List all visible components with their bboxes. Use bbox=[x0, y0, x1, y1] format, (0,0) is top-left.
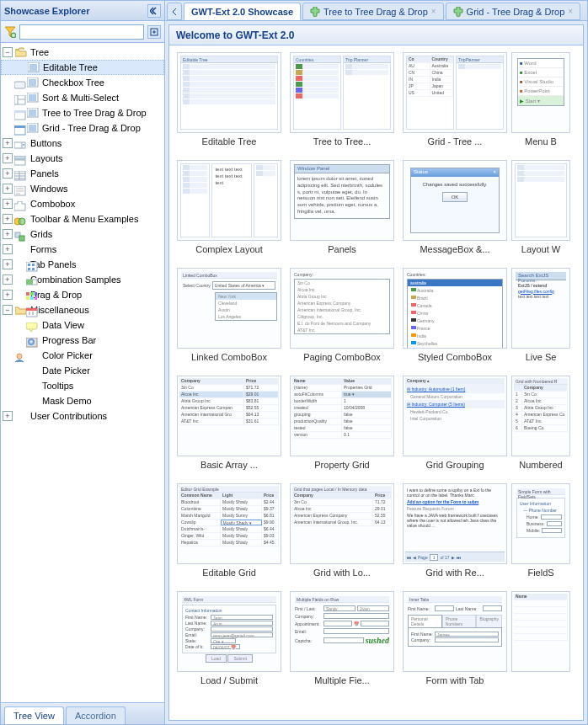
tree-label: Data View bbox=[42, 320, 84, 330]
gallery-caption: Grid with Lo... bbox=[313, 568, 371, 578]
gallery-caption: FieldS bbox=[527, 568, 553, 578]
tab-tree-view[interactable]: Tree View bbox=[4, 706, 64, 724]
gallery-item[interactable]: text text text text text text text Compl… bbox=[173, 158, 286, 263]
tree-label: Panels bbox=[30, 168, 59, 179]
sidebar-title: Showcase Explorer bbox=[4, 6, 147, 16]
gallery-caption: Paging ComboBox bbox=[303, 352, 381, 362]
gallery-caption: Numbered bbox=[519, 460, 562, 470]
tab-tree-drag[interactable]: Tree to Tree Drag & Drop × bbox=[302, 3, 444, 20]
tree-label: Sort & Multi-Select bbox=[42, 93, 119, 103]
filter-input[interactable] bbox=[19, 24, 144, 40]
filter-icon[interactable] bbox=[4, 26, 16, 38]
svg-rect-7 bbox=[14, 82, 25, 88]
gallery-item[interactable]: CoCountryAUAustraliaCNChinaINIndiaJPJapa… bbox=[398, 51, 511, 155]
close-icon[interactable]: × bbox=[431, 7, 436, 16]
svg-rect-33 bbox=[30, 296, 34, 300]
gallery-item[interactable]: Multiple Fields on Row First / Last:Sanj… bbox=[286, 589, 398, 694]
list-icon bbox=[26, 77, 40, 88]
svg-rect-28 bbox=[26, 280, 33, 285]
tab-accordion[interactable]: Accordion bbox=[66, 706, 126, 724]
gallery-caption: Grid - Tree ... bbox=[428, 136, 483, 147]
svg-point-19 bbox=[19, 218, 25, 225]
gallery-item[interactable]: Company: 3m Co Alcoa Inc Altria Group In… bbox=[286, 266, 398, 370]
tree-node-user-contrib[interactable]: +User Contributions bbox=[1, 408, 164, 424]
gallery-item[interactable]: Grid that pages Local / In Memory data C… bbox=[286, 482, 398, 586]
gallery-caption: Grid with Re... bbox=[425, 568, 484, 578]
mask-icon bbox=[26, 395, 40, 407]
gallery-caption: Property Grid bbox=[314, 460, 369, 470]
tree-label: Combination Samples bbox=[30, 275, 121, 285]
toggle-icon[interactable]: + bbox=[3, 244, 13, 254]
gallery-item[interactable]: Editor Grid Example Common NameLightPric… bbox=[173, 482, 286, 586]
gallery-item[interactable]: NameValue (name)Properties Grid autoFitC… bbox=[286, 374, 398, 478]
sidebar-view-tabs: Tree View Accordion bbox=[1, 702, 164, 724]
svg-rect-32 bbox=[26, 296, 29, 300]
collapse-sidebar-button[interactable] bbox=[147, 4, 161, 18]
gallery-item[interactable]: Window Panel lorem ipsum dolor sit amet,… bbox=[286, 158, 398, 263]
content-title: Welcome to GWT-Ext 2.0 bbox=[169, 25, 583, 45]
tree-label: Combobox bbox=[30, 199, 75, 209]
user-icon bbox=[14, 410, 28, 422]
tabstrip: GWT-Ext 2.0 Showcase Tree to Tree Drag &… bbox=[165, 1, 587, 21]
gallery-caption: Layout W bbox=[521, 244, 560, 254]
tree-label: Tree bbox=[30, 47, 49, 57]
gallery-item[interactable]: I want to define some a toplby on a Ext … bbox=[398, 482, 511, 586]
tab-grid-tree-drag[interactable]: Grid - Tree Drag & Drop × bbox=[446, 3, 581, 20]
gallery-caption: Load / Submit bbox=[200, 675, 258, 685]
toggle-icon[interactable]: + bbox=[3, 138, 13, 148]
gallery-item[interactable]: CountriesTrip Planner Tree to Tree... bbox=[286, 51, 398, 155]
gallery-item[interactable]: Simple Form with FieldSets User Informat… bbox=[511, 482, 570, 586]
gallery-item[interactable]: XML Form Contact Information First Name:… bbox=[173, 589, 286, 694]
tab-showcase[interactable]: GWT-Ext 2.0 Showcase bbox=[184, 3, 301, 20]
toggle-icon[interactable]: + bbox=[3, 259, 13, 269]
nav-tree[interactable]: − Tree Editable Tree Checkbox Tree Sort … bbox=[1, 43, 164, 702]
toggle-icon[interactable]: + bbox=[3, 214, 13, 224]
gallery-item[interactable]: Linked ComboBox Select CountryUnited Sta… bbox=[173, 266, 286, 370]
tab-label: Tree to Tree Drag & Drop bbox=[323, 7, 428, 17]
gallery-caption: Grid Grouping bbox=[425, 460, 484, 470]
gallery-item[interactable]: Countries: australia Australia Brazil Ca… bbox=[398, 266, 511, 370]
toggle-icon[interactable]: + bbox=[3, 290, 13, 300]
svg-rect-14 bbox=[14, 156, 25, 159]
expand-all-button[interactable] bbox=[147, 25, 161, 39]
gallery-caption: Complex Layout bbox=[195, 244, 263, 254]
list-icon bbox=[27, 61, 40, 73]
toggle-icon[interactable]: + bbox=[3, 275, 13, 285]
gallery-item[interactable]: Inner Tabs First Name:Last Name: Persona… bbox=[398, 589, 511, 694]
gallery-caption: Tree to Tree... bbox=[313, 136, 372, 147]
toggle-icon[interactable]: + bbox=[3, 153, 13, 163]
gallery[interactable]: Editable Tree Editable Tree CountriesTri… bbox=[169, 45, 583, 720]
tab-label: GWT-Ext 2.0 Showcase bbox=[191, 7, 293, 17]
tab-scroll-left[interactable] bbox=[167, 3, 182, 20]
tree-label: Layouts bbox=[30, 153, 63, 163]
plugin-icon bbox=[453, 7, 463, 17]
gallery-item[interactable]: Editable Tree Editable Tree bbox=[173, 51, 286, 155]
gallery-item[interactable]: CompanyPrice 3m Co$71.72 Alcoa Inc$29.01… bbox=[173, 374, 286, 478]
toggle-icon[interactable]: + bbox=[3, 199, 13, 209]
svg-rect-22 bbox=[26, 262, 37, 271]
toggle-icon[interactable]: − bbox=[3, 305, 13, 315]
tree-label: Buttons bbox=[30, 138, 61, 148]
tree-label: Date Picker bbox=[42, 365, 90, 376]
svg-rect-26 bbox=[32, 268, 35, 270]
gallery-item[interactable]: Layout W bbox=[511, 158, 570, 263]
svg-rect-23 bbox=[28, 264, 30, 266]
toggle-icon[interactable]: + bbox=[3, 229, 13, 239]
gallery-item[interactable]: Name bbox=[511, 589, 570, 694]
svg-rect-36 bbox=[26, 308, 37, 311]
close-icon[interactable]: × bbox=[568, 7, 573, 16]
tree-leaf-editable-tree[interactable]: Editable Tree bbox=[1, 60, 164, 75]
gallery-item[interactable]: Company ▴ ⊟ Industry: Automotive (1 Item… bbox=[398, 374, 511, 478]
toggle-icon[interactable]: + bbox=[3, 168, 13, 179]
toggle-icon[interactable]: + bbox=[3, 184, 13, 194]
gallery-item[interactable]: Grid with Numbered R Company 13m Co 2Alc… bbox=[511, 374, 570, 478]
gallery-caption: Multiple Fie... bbox=[314, 675, 369, 685]
gallery-item[interactable]: ■ Word ■ Excel ■ Visual Studio ■ PowerPo… bbox=[511, 51, 570, 155]
tree-node-tree[interactable]: − Tree bbox=[1, 45, 164, 60]
sidebar-header: Showcase Explorer bbox=[1, 1, 164, 21]
filter-toolbar bbox=[1, 21, 164, 43]
toggle-icon[interactable]: − bbox=[3, 47, 13, 57]
gallery-item[interactable]: Search ExtJS Forums: ExtJS / extendgetFi… bbox=[511, 266, 570, 370]
toggle-icon[interactable]: + bbox=[3, 411, 13, 421]
gallery-item[interactable]: Status× Changes saved successfully.OK Me… bbox=[398, 158, 511, 263]
